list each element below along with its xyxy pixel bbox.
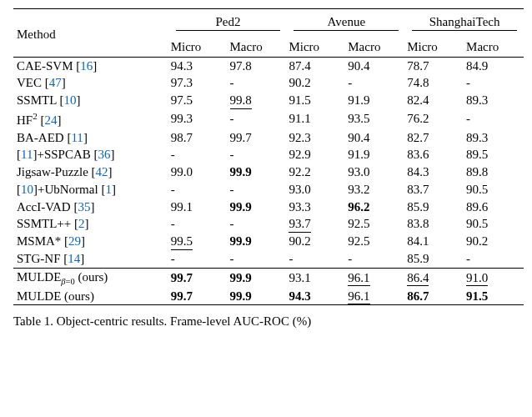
table-row: BA-AED [11]98.799.792.390.482.789.3 (13, 129, 524, 147)
subcol-avenue-macro: Macro (346, 34, 405, 57)
value-cell: 93.2 (346, 181, 405, 198)
value-cell: 91.5 (287, 92, 346, 109)
table-row: CAE-SVM [16]94.397.887.490.478.784.9 (13, 57, 524, 74)
citation-link[interactable]: 11 (21, 148, 33, 161)
method-cell: MULDEβ=0 (ours) (13, 268, 169, 288)
value-cell: - (228, 215, 288, 233)
citation-link[interactable]: 16 (80, 59, 93, 73)
value-cell: 93.1 (287, 268, 346, 288)
method-cell: [11]+SSPCAB [36] (13, 146, 169, 163)
value-cell: 99.1 (169, 198, 228, 216)
table-row: MULDE (ours)99.799.994.396.186.791.5 (13, 288, 524, 305)
value-cell: - (228, 146, 288, 163)
value-cell: 99.9 (228, 163, 288, 181)
value-cell: 99.9 (228, 268, 288, 288)
value-cell: 93.3 (287, 198, 346, 216)
citation-link[interactable]: 29 (68, 234, 81, 248)
table-row: SSMTL [10]97.599.891.591.982.489.3 (13, 92, 524, 109)
table-row: HF2 [24]99.3-91.193.576.2- (13, 109, 524, 129)
value-cell: 84.1 (405, 233, 464, 250)
method-cell: BA-AED [11] (13, 129, 169, 147)
value-cell: - (228, 109, 288, 129)
value-cell: 87.4 (287, 57, 346, 74)
value-cell: 91.0 (464, 268, 524, 288)
value-cell: 91.5 (464, 288, 524, 305)
citation-link[interactable]: 10 (64, 93, 77, 107)
value-cell: - (228, 181, 288, 198)
value-cell: 89.3 (464, 129, 524, 147)
value-cell: - (169, 146, 228, 163)
value-cell: 99.7 (228, 129, 288, 147)
citation-link[interactable]: 47 (49, 76, 62, 89)
value-cell: 85.9 (405, 250, 464, 268)
method-cell: [10]+UbNormal [1] (13, 181, 169, 198)
citation-link[interactable]: 11 (71, 131, 83, 144)
value-cell: 93.7 (287, 215, 346, 233)
value-cell: 85.9 (405, 198, 464, 216)
value-cell: 83.8 (405, 215, 464, 233)
value-cell: 92.9 (287, 146, 346, 163)
citation-link[interactable]: 35 (78, 200, 90, 214)
value-cell: 91.9 (346, 146, 405, 163)
value-cell: 84.3 (405, 163, 464, 181)
value-cell: 92.5 (346, 215, 405, 233)
value-cell: 86.7 (405, 288, 464, 305)
value-cell: 96.1 (346, 288, 405, 305)
value-cell: 92.3 (287, 129, 346, 147)
method-cell: MSMA* [29] (13, 233, 169, 250)
col-group-avenue: Avenue (287, 9, 405, 34)
col-method-header: Method (13, 9, 169, 58)
table-row: VEC [47]97.3-90.2-74.8- (13, 74, 524, 92)
value-cell: - (169, 215, 228, 233)
value-cell: 90.5 (464, 215, 524, 233)
citation-link[interactable]: 1 (105, 183, 112, 196)
method-cell: VEC [47] (13, 74, 169, 92)
value-cell: 83.7 (405, 181, 464, 198)
table-row: Jigsaw-Puzzle [42]99.099.992.293.084.389… (13, 163, 524, 181)
value-cell: 84.9 (464, 57, 524, 74)
value-cell: 97.3 (169, 74, 228, 92)
value-cell: 97.8 (228, 57, 288, 74)
value-cell: - (287, 250, 346, 268)
method-cell: MULDE (ours) (13, 288, 169, 305)
value-cell: - (464, 109, 524, 129)
subcol-ped2-micro: Micro (169, 34, 228, 57)
table-caption: Table 1. Object-centric results. Frame-l… (13, 314, 524, 329)
value-cell: 90.5 (464, 181, 524, 198)
table-row: AccI-VAD [35]99.199.993.396.285.989.6 (13, 198, 524, 216)
citation-link[interactable]: 42 (96, 165, 108, 178)
value-cell: 90.2 (287, 74, 346, 92)
value-cell: 82.4 (405, 92, 464, 109)
value-cell: 96.1 (346, 268, 405, 288)
value-cell: 90.2 (464, 233, 524, 250)
table-row: [11]+SSPCAB [36]--92.991.983.689.5 (13, 146, 524, 163)
value-cell: - (464, 74, 524, 92)
subcol-avenue-micro: Micro (287, 34, 346, 57)
value-cell: - (228, 250, 288, 268)
col-group-shanghaitech: ShanghaiTech (405, 9, 524, 34)
citation-link[interactable]: 24 (45, 113, 58, 127)
value-cell: 89.8 (464, 163, 524, 181)
value-cell: 89.6 (464, 198, 524, 216)
value-cell: - (169, 250, 228, 268)
value-cell: 98.7 (169, 129, 228, 147)
value-cell: 90.4 (346, 129, 405, 147)
value-cell: 99.9 (228, 233, 288, 250)
value-cell: - (464, 250, 524, 268)
citation-link[interactable]: 2 (78, 217, 85, 230)
citation-link[interactable]: 36 (98, 148, 111, 161)
results-table: Method Ped2 Avenue ShanghaiTech Micro Ma… (13, 8, 524, 305)
table-row: MULDEβ=0 (ours)99.799.993.196.186.491.0 (13, 268, 524, 288)
table-row: SSMTL++ [2]--93.792.583.890.5 (13, 215, 524, 233)
subcol-ped2-macro: Macro (228, 34, 288, 57)
col-group-ped2: Ped2 (169, 9, 288, 34)
value-cell: 99.7 (169, 268, 228, 288)
value-cell: 89.5 (464, 146, 524, 163)
citation-link[interactable]: 14 (68, 252, 80, 265)
value-cell: 96.2 (346, 198, 405, 216)
value-cell: 92.2 (287, 163, 346, 181)
value-cell: 99.5 (169, 233, 228, 250)
citation-link[interactable]: 10 (21, 183, 33, 196)
value-cell: 76.2 (405, 109, 464, 129)
value-cell: 97.5 (169, 92, 228, 109)
